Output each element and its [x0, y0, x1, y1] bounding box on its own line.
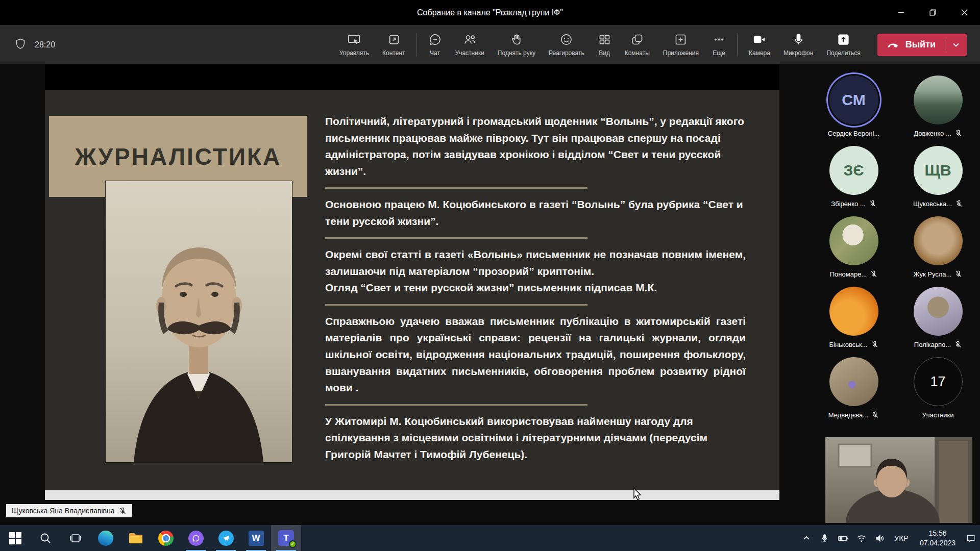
taskbar-clock[interactable]: 15:56 07.04.2023 — [914, 529, 962, 547]
restore-button[interactable] — [917, 0, 948, 25]
chrome-icon — [158, 531, 174, 546]
window-controls — [885, 0, 980, 25]
rooms-button[interactable]: Комнаты — [618, 33, 656, 57]
avatar-photo — [829, 287, 878, 336]
raise-hand-label: Поднять руку — [498, 49, 535, 57]
participants-count-tile[interactable]: 17 Участники — [898, 357, 977, 419]
participant-tile[interactable]: Медведєва... — [814, 357, 893, 419]
participant-name: Сердюк Вероні... — [828, 130, 879, 137]
taskbar-edge-button[interactable] — [90, 525, 120, 551]
participant-name: Медведєва... — [828, 411, 868, 419]
tray-volume-button[interactable] — [871, 525, 889, 551]
screen-control-icon — [347, 33, 361, 46]
taskbar-teams-button[interactable]: T ✓ — [271, 525, 301, 551]
minimize-button[interactable] — [885, 0, 917, 25]
raise-hand-button[interactable]: Поднять руку — [491, 33, 542, 57]
taskbar-chrome-button[interactable] — [151, 525, 181, 551]
taskbar-explorer-button[interactable] — [120, 525, 151, 551]
react-button[interactable]: Реагировать — [542, 33, 591, 57]
notification-icon — [966, 533, 976, 543]
mic-muted-icon — [871, 341, 878, 348]
apps-button[interactable]: Приложения — [656, 33, 705, 57]
leave-button[interactable]: Выйти — [877, 34, 967, 56]
toolbar-divider — [416, 33, 417, 57]
teams-meeting-window: Собрание в канале "Розклад групи ІФ" 28:… — [0, 0, 980, 551]
taskbar-search-button[interactable] — [30, 525, 60, 551]
leave-options-button[interactable] — [945, 41, 967, 49]
avatar-photo — [829, 357, 878, 406]
presentation-slide: ЖУРНАЛІСТИКА — [45, 90, 779, 490]
participant-tile[interactable]: Біньковськ... — [814, 287, 893, 349]
portrait-photo — [106, 181, 292, 462]
tray-network-button[interactable] — [852, 525, 871, 551]
more-ellipsis-icon — [712, 33, 726, 46]
mic-muted-icon — [869, 200, 876, 207]
chat-button[interactable]: Чат — [422, 33, 449, 57]
screen-share-area: ЖУРНАЛІСТИКА — [45, 64, 779, 500]
slide-paragraph: Окремі свої статті в газеті «Волынь» пис… — [325, 246, 746, 280]
rooms-label: Комнаты — [625, 49, 650, 57]
participant-tile[interactable]: СМ Сердюк Вероні... — [814, 76, 893, 138]
manage-button[interactable]: Управлять — [333, 33, 376, 57]
tray-battery-button[interactable] — [834, 525, 852, 551]
close-button[interactable] — [948, 0, 980, 25]
tray-microphone-button[interactable] — [816, 525, 834, 551]
participant-tile[interactable]: Пономаре... — [814, 216, 893, 279]
more-button[interactable]: Еще — [705, 33, 732, 57]
view-grid-icon — [598, 33, 611, 46]
participant-name: Довженко ... — [914, 130, 951, 137]
participants-count-circle: 17 — [914, 357, 963, 406]
mic-muted-icon — [954, 341, 962, 348]
windows-logo-icon — [9, 532, 22, 545]
rooms-icon — [630, 33, 644, 46]
windows-taskbar: W T ✓ УКР 15:56 — [0, 525, 980, 551]
mic-muted-icon — [872, 411, 879, 418]
language-indicator[interactable]: УКР — [889, 534, 914, 542]
toolbar-divider — [737, 33, 738, 57]
participant-tile[interactable]: Полікарпо... — [898, 287, 977, 349]
participant-name: Щуковська... — [913, 200, 952, 208]
task-view-button[interactable] — [60, 525, 90, 551]
participants-sidebar: СМ Сердюк Вероні... Довженко ... ЗЄ Збір… — [812, 64, 980, 525]
view-label: Вид — [599, 49, 610, 57]
taskbar-telegram-button[interactable] — [211, 525, 241, 551]
speaker-icon — [875, 533, 885, 543]
avatar-initials-text: ЩВ — [924, 162, 951, 179]
taskbar-viber-button[interactable] — [181, 525, 211, 551]
shared-window-scrollbar[interactable] — [45, 490, 779, 500]
tray-overflow-button[interactable] — [797, 525, 816, 551]
chat-label: Чат — [430, 49, 440, 57]
slide-paragraph: У Житомирі М. Коцюбинський використовува… — [325, 413, 746, 463]
participants-button[interactable]: Участники — [449, 33, 491, 57]
content-button[interactable]: Контент — [376, 33, 411, 57]
hangup-icon — [887, 38, 900, 52]
camera-icon — [752, 33, 766, 46]
microphone-button[interactable]: Микрофон — [777, 33, 820, 57]
slide-separator — [325, 304, 587, 306]
camera-button[interactable]: Камера — [742, 33, 777, 57]
content-label: Контент — [382, 49, 405, 57]
avatar-initials: СМ — [829, 76, 878, 124]
action-center-button[interactable] — [962, 525, 980, 551]
view-button[interactable]: Вид — [591, 33, 618, 57]
task-view-icon — [69, 532, 82, 544]
participant-tile[interactable]: ЩВ Щуковська... — [898, 146, 977, 208]
mic-muted-icon — [955, 270, 962, 278]
participant-name: Біньковськ... — [829, 341, 868, 348]
teams-icon: T ✓ — [278, 530, 294, 546]
taskbar-word-button[interactable]: W — [241, 525, 271, 551]
viber-icon — [188, 531, 204, 546]
taskbar-date: 07.04.2023 — [920, 538, 955, 547]
participant-tile[interactable]: Довженко ... — [898, 76, 977, 138]
word-icon: W — [249, 531, 264, 546]
meeting-stage: ЖУРНАЛІСТИКА — [0, 64, 980, 525]
self-video-tile[interactable] — [825, 437, 972, 523]
participant-tile[interactable]: ЗЄ Збіренко ... — [814, 146, 893, 208]
manage-label: Управлять — [339, 49, 369, 57]
participant-tile[interactable]: Жук Русла... — [898, 216, 977, 279]
start-button[interactable] — [0, 525, 30, 551]
share-button[interactable]: Поделиться — [820, 33, 867, 57]
chevron-up-icon — [802, 534, 811, 542]
teams-status-badge: ✓ — [289, 540, 297, 548]
presenter-name-label: Щуковська Яна Владиславівна — [6, 504, 132, 517]
